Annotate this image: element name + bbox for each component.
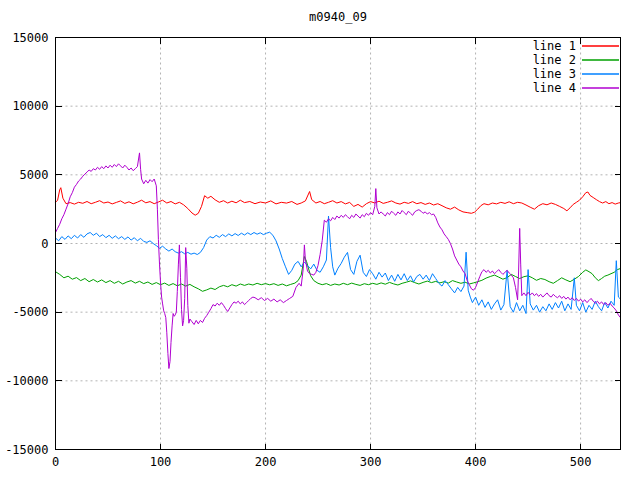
- series-line-2: [56, 257, 621, 292]
- x-tick-label: 0: [52, 455, 59, 469]
- y-tick-label: -5000: [12, 305, 48, 319]
- tick-label-layer: 0100200300400500-15000-10000-50000500010…: [5, 31, 591, 469]
- legend-label: line 3: [533, 67, 576, 81]
- x-tick-label: 100: [150, 455, 172, 469]
- legend-label: line 4: [533, 81, 576, 95]
- x-tick-label: 500: [570, 455, 592, 469]
- series-line-3: [56, 216, 621, 314]
- legend-label: line 2: [533, 53, 576, 67]
- y-tick-label: -10000: [5, 374, 48, 388]
- gnuplot-chart-window: 0100200300400500-15000-10000-50000500010…: [0, 0, 640, 480]
- legend: line 1line 2line 3line 4: [533, 39, 619, 95]
- y-tick-label: 10000: [12, 99, 48, 113]
- y-tick-label: 5000: [20, 168, 49, 182]
- x-tick-label: 200: [255, 455, 277, 469]
- series-line-4: [56, 153, 621, 369]
- legend-label: line 1: [533, 39, 576, 53]
- y-tick-label: 0: [41, 237, 48, 251]
- y-tick-label: -15000: [5, 443, 48, 457]
- series-layer: [56, 153, 621, 369]
- series-line-1: [56, 188, 621, 216]
- x-tick-label: 400: [465, 455, 487, 469]
- chart-canvas: 0100200300400500-15000-10000-50000500010…: [0, 0, 640, 480]
- chart-title: m0940_09: [309, 10, 367, 24]
- x-tick-label: 300: [360, 455, 382, 469]
- grid-layer: [56, 38, 621, 450]
- y-tick-label: 15000: [12, 31, 48, 45]
